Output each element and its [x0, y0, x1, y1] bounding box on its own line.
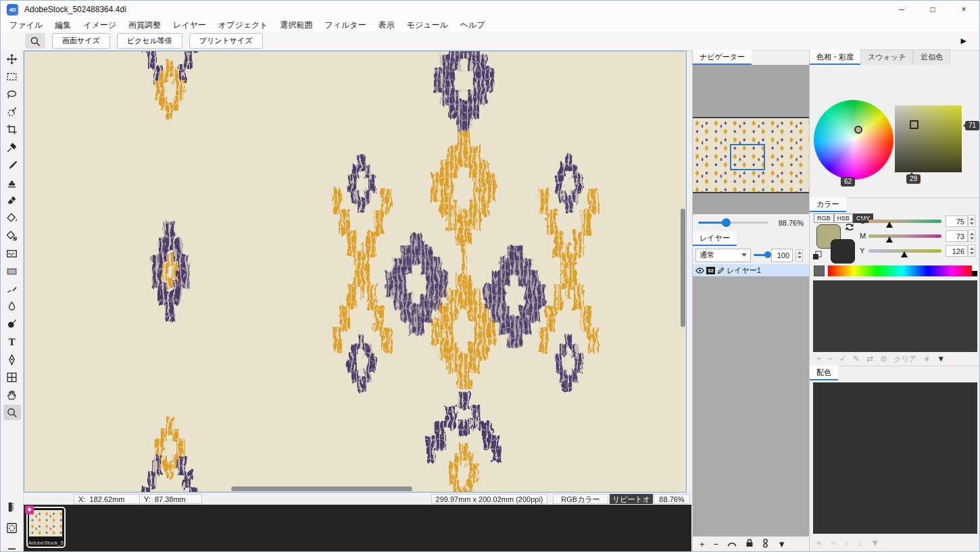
tool-blur[interactable]	[1, 298, 23, 316]
tool-recompose[interactable]	[1, 368, 23, 386]
tool-zoom[interactable]	[1, 404, 23, 422]
value-stepper[interactable]	[968, 215, 975, 227]
sv-marker[interactable]	[910, 120, 918, 129]
opacity-stepper[interactable]	[795, 249, 803, 261]
minimize-button[interactable]: ─	[886, 1, 917, 18]
tool-eraser[interactable]	[1, 192, 23, 209]
swatch-list-area[interactable]	[813, 280, 977, 352]
color-mode-rgb[interactable]: RGB	[814, 214, 834, 223]
layer-row[interactable]: 32 レイヤー1	[693, 264, 809, 276]
navigator-viewport-rect[interactable]	[730, 144, 765, 170]
document-canvas[interactable]	[24, 51, 687, 493]
photo-bin-thumbnail[interactable]: ✽ AdobeStock_5	[26, 507, 66, 548]
tool-type[interactable]: T	[1, 333, 23, 351]
layers-tool-remove[interactable]: −	[714, 539, 719, 549]
tab-color[interactable]: カラー	[810, 197, 846, 212]
c-value-field[interactable]: 75	[946, 216, 968, 227]
tool-collapse[interactable]	[1, 538, 23, 552]
vertical-scrollbar[interactable]	[681, 209, 685, 327]
tab-scheme[interactable]: 配色	[810, 366, 838, 380]
default-colors-icon[interactable]	[812, 251, 822, 260]
tab-swatches[interactable]: スウォッチ	[860, 49, 913, 65]
swatch-tool-8[interactable]: ▼	[937, 354, 945, 363]
tool-smudge[interactable]	[1, 280, 23, 297]
swatch-tool-2[interactable]: ✓	[839, 354, 846, 363]
scheme-tool-2[interactable]: ↑	[844, 538, 849, 548]
menu-item-10[interactable]: ヘルプ	[454, 20, 491, 31]
tool-impressionist-brush[interactable]	[1, 245, 23, 262]
document-size-readout[interactable]: 299.97mm x 200.02mm (200ppi)	[431, 494, 547, 504]
repeat-mode-toggle[interactable]: リピートオン	[610, 494, 653, 504]
tool-hand[interactable]	[1, 386, 23, 404]
layers-tool-hide[interactable]	[727, 539, 737, 549]
layers-tool-menu[interactable]: ▼	[777, 539, 786, 549]
tool-shape[interactable]	[1, 262, 23, 280]
tool-eyedropper[interactable]	[1, 139, 23, 156]
tool-crop[interactable]	[1, 121, 23, 139]
black-white-endcap[interactable]	[972, 266, 977, 276]
blend-mode-select[interactable]: 通常	[695, 249, 751, 262]
tool-feather-selection[interactable]	[1, 518, 23, 538]
scheme-tool-3[interactable]: ↓	[858, 538, 862, 548]
menu-item-5[interactable]: オブジェクト	[212, 20, 274, 31]
tool-ruler[interactable]	[1, 497, 23, 518]
y-slider-track[interactable]	[868, 249, 941, 253]
swap-colors-icon[interactable]	[844, 222, 855, 232]
menu-item-3[interactable]: 画質調整	[122, 20, 167, 31]
opacity-slider-thumb[interactable]	[764, 251, 771, 258]
tab-similar-colors[interactable]: 近似色	[913, 49, 950, 65]
opacity-value-field[interactable]: 100	[771, 249, 793, 262]
menu-item-7[interactable]: フィルター	[319, 20, 372, 31]
zoom-readout[interactable]: 88.76%	[654, 494, 690, 504]
value-stepper[interactable]	[968, 230, 975, 242]
swatch-tool-7[interactable]: ∗	[923, 354, 930, 363]
slider-thumb[interactable]	[901, 251, 908, 257]
visibility-eye-icon[interactable]	[695, 267, 704, 274]
menu-item-6[interactable]: 選択範囲	[274, 20, 319, 31]
view-button-0[interactable]: 画面サイズ	[52, 33, 110, 49]
menu-item-9[interactable]: モジュール	[401, 20, 454, 31]
layer-name[interactable]: レイヤー1	[727, 266, 761, 276]
menu-item-1[interactable]: 編集	[49, 20, 77, 31]
tool-pen[interactable]	[1, 351, 23, 368]
active-tool-indicator[interactable]	[25, 33, 45, 49]
tool-paint-bucket[interactable]	[1, 209, 23, 227]
color-wheel[interactable]	[814, 100, 893, 180]
tool-selection-brush[interactable]	[1, 103, 23, 121]
menu-item-0[interactable]: ファイル	[3, 20, 49, 31]
tool-sponge[interactable]	[1, 316, 23, 333]
panel-expand-arrow[interactable]: ▶	[961, 36, 966, 45]
color-wheel-marker[interactable]	[854, 126, 862, 134]
view-button-1[interactable]: ピクセル等倍	[117, 33, 182, 49]
swatch-tool-4[interactable]: ⇄	[866, 354, 873, 363]
swatch-tool-0[interactable]: +	[816, 354, 821, 363]
current-color-chip[interactable]	[814, 266, 825, 276]
saturation-value-square[interactable]	[895, 105, 962, 172]
tab-navigator[interactable]: ナビゲーター	[693, 50, 752, 65]
opacity-slider[interactable]	[754, 254, 768, 256]
background-color-swatch[interactable]	[831, 239, 855, 264]
slider-thumb[interactable]	[886, 222, 893, 228]
menu-item-4[interactable]: レイヤー	[167, 20, 212, 31]
navigator-zoom-slider[interactable]	[698, 222, 768, 224]
tool-brush[interactable]	[1, 156, 23, 174]
swatch-tool-1[interactable]: −	[828, 354, 833, 363]
tool-rectangular-marquee[interactable]	[1, 68, 23, 85]
color-mode-readout[interactable]: RGBカラー	[553, 494, 608, 504]
tool-clone-stamp[interactable]	[1, 174, 23, 191]
zoom-slider-thumb[interactable]	[722, 218, 731, 227]
maximize-button[interactable]: □	[917, 1, 948, 18]
swatch-tool-3[interactable]: ✎	[853, 354, 860, 363]
horizontal-scrollbar[interactable]	[231, 486, 412, 491]
swatch-tool-6-clear[interactable]: クリア	[893, 354, 916, 364]
menu-item-8[interactable]: 表示	[372, 20, 401, 31]
m-slider-track[interactable]	[868, 234, 941, 238]
tool-pattern-fill[interactable]	[1, 227, 23, 245]
hue-spectrum-bar[interactable]	[828, 266, 977, 276]
scheme-tool-1[interactable]: −	[831, 538, 836, 548]
tool-lasso[interactable]	[1, 85, 23, 103]
scheme-tool-0[interactable]: +	[816, 538, 822, 548]
value-stepper[interactable]	[968, 245, 975, 257]
color-scheme-area[interactable]	[813, 382, 977, 534]
swatch-tool-5[interactable]: ⊘	[880, 354, 887, 363]
